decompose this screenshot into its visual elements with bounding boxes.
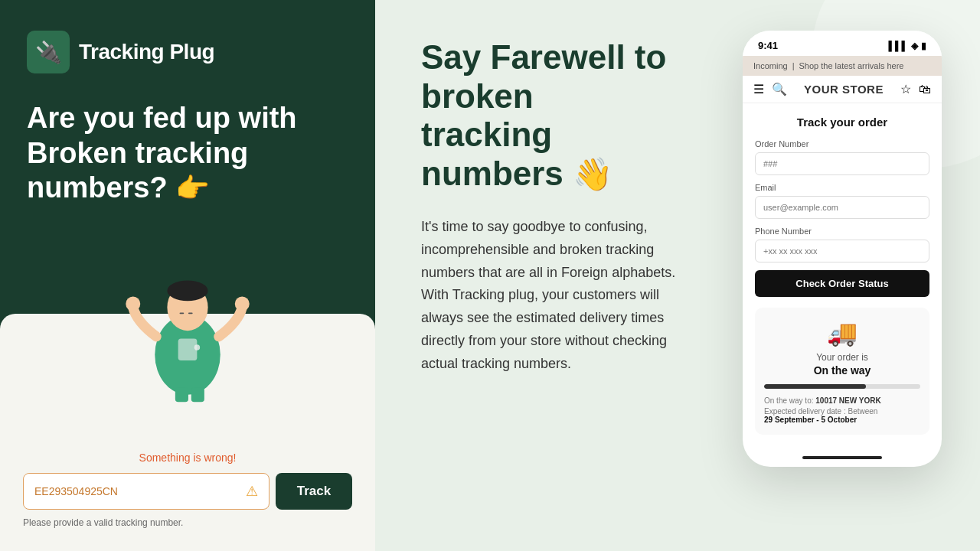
- bottom-card: Something is wrong! EE293504925CN ⚠ Trac…: [0, 314, 375, 551]
- farewell-line1: Say Farewell to broken: [421, 38, 666, 115]
- top-section: 🔌 Tracking Plug Are you fed up with Brok…: [0, 0, 375, 229]
- battery-icon: ▮: [921, 41, 926, 51]
- farewell-emoji: 👋: [573, 156, 612, 192]
- validation-message: Please provide a valid tracking number.: [23, 517, 352, 528]
- status-icons: ▌▌▌ ◈ ▮: [888, 41, 926, 51]
- star-icon[interactable]: ☆: [900, 82, 911, 96]
- phone-status-bar: 9:41 ▌▌▌ ◈ ▮: [743, 31, 942, 56]
- expected-delivery: Expected delivery date : Between 29 Sept…: [764, 407, 920, 424]
- phone-nav: ☰ 🔍 YOUR STORE ☆ 🛍: [743, 76, 942, 103]
- track-order-title: Track your order: [755, 116, 929, 129]
- signal-icon: ▌▌▌: [888, 41, 908, 51]
- order-number-input[interactable]: [755, 152, 929, 175]
- hamburger-icon[interactable]: ☰: [753, 82, 764, 96]
- expected-label: Expected delivery date : Between: [764, 407, 877, 416]
- truck-icon: 🚚: [764, 318, 920, 347]
- logo-icon: 🔌: [27, 31, 70, 73]
- svg-rect-4: [188, 312, 193, 314]
- phone-content: Track your order Order Number Email Phon…: [743, 103, 942, 447]
- headline: Are you fed up with Broken tracking numb…: [27, 101, 318, 206]
- order-status-prefix: Your order is: [764, 352, 920, 363]
- headline-line2: Broken tracking: [27, 137, 248, 169]
- phone-mockup: 9:41 ▌▌▌ ◈ ▮ Incoming | Shop the latest …: [743, 31, 942, 467]
- farewell-title: Say Farewell to broken tracking numbers …: [421, 38, 697, 193]
- promo-link[interactable]: Shop the latest arrivals here: [799, 61, 904, 70]
- promo-incoming: Incoming: [753, 61, 788, 70]
- warning-icon: ⚠: [246, 483, 258, 500]
- phone-number-label: Phone Number: [755, 227, 929, 236]
- expected-dates: 29 September - 5 October: [764, 416, 857, 424]
- email-input[interactable]: [755, 196, 929, 219]
- svg-rect-9: [175, 387, 188, 402]
- farewell-line2: tracking numbers: [421, 116, 564, 192]
- svg-point-5: [126, 297, 140, 311]
- tracking-input-field[interactable]: EE293504925CN ⚠: [23, 473, 270, 510]
- wifi-icon: ◈: [911, 41, 918, 51]
- tracking-number-value: EE293504925CN: [34, 485, 118, 497]
- svg-rect-7: [178, 339, 198, 361]
- description-text: It's time to say goodbye to confusing, i…: [421, 216, 697, 375]
- phone-number-input[interactable]: [755, 240, 929, 262]
- logo-text: Tracking Plug: [79, 40, 214, 64]
- progress-bar-fill: [764, 384, 866, 389]
- search-icon[interactable]: 🔍: [772, 82, 787, 96]
- svg-point-8: [194, 344, 201, 350]
- headline-line1: Are you fed up with: [27, 102, 297, 134]
- headline-emoji: 👉: [175, 172, 210, 204]
- logo-area: 🔌 Tracking Plug: [27, 31, 348, 73]
- error-text: Something is wrong!: [23, 452, 352, 464]
- svg-point-2: [167, 281, 207, 302]
- check-status-button[interactable]: Check Order Status: [755, 270, 929, 297]
- svg-rect-3: [180, 312, 185, 314]
- svg-point-6: [235, 297, 250, 311]
- left-panel: 🔌 Tracking Plug Are you fed up with Brok…: [0, 0, 375, 551]
- middle-content: Say Farewell to broken tracking numbers …: [421, 38, 697, 375]
- on-way-to-label: On the way to:: [764, 396, 813, 405]
- phone-promo-banner: Incoming | Shop the latest arrivals here: [743, 56, 942, 76]
- on-way-to-value: 10017 NEW YORK: [815, 396, 880, 405]
- promo-divider: |: [792, 61, 795, 70]
- phone-store-name: YOUR STORE: [804, 83, 884, 96]
- tracking-input-row: EE293504925CN ⚠ Track: [23, 473, 352, 510]
- right-panel: Say Farewell to broken tracking numbers …: [375, 0, 980, 551]
- track-button[interactable]: Track: [276, 473, 352, 510]
- phone-home-indicator: [802, 456, 882, 459]
- progress-bar-track: [764, 384, 920, 389]
- tracking-status-area: 🚚 Your order is On the way On the way to…: [755, 308, 929, 435]
- phone-time: 9:41: [758, 40, 778, 51]
- headline-line3: numbers?: [27, 171, 168, 204]
- phone-nav-right-icons: ☆ 🛍: [900, 82, 931, 96]
- on-way-to: On the way to: 10017 NEW YORK: [764, 396, 920, 405]
- svg-rect-10: [191, 387, 204, 402]
- person-illustration-container: [122, 260, 253, 406]
- email-label: Email: [755, 183, 929, 192]
- on-way-status: On the way: [764, 364, 920, 377]
- order-number-label: Order Number: [755, 139, 929, 148]
- phone-nav-left-icons: ☰ 🔍: [753, 82, 787, 96]
- person-illustration: [122, 260, 253, 406]
- bag-icon[interactable]: 🛍: [919, 83, 931, 96]
